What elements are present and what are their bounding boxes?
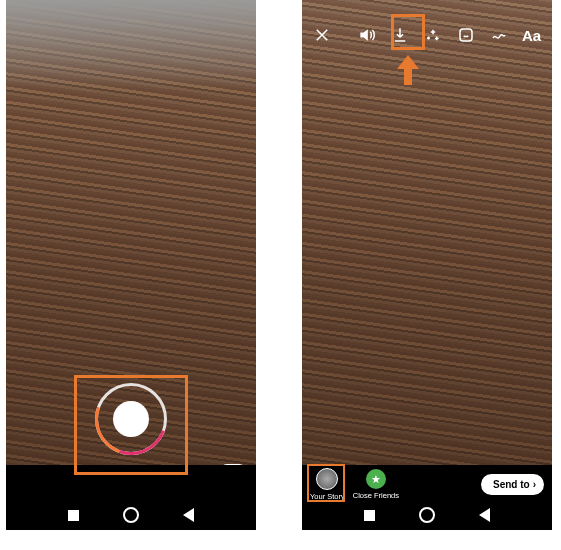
capture-button[interactable] xyxy=(95,383,167,455)
close-button[interactable] xyxy=(312,24,333,46)
bottom-bar xyxy=(6,465,256,500)
star-icon: ★ xyxy=(366,469,386,489)
speaker-icon xyxy=(357,25,377,45)
phone-camera-screen xyxy=(6,0,256,530)
phone-story-editor: Aa Your Story ★ Close Friends Send to › xyxy=(302,0,552,530)
effects-button[interactable] xyxy=(423,24,444,46)
sticker-icon xyxy=(457,26,475,44)
download-icon xyxy=(391,26,409,44)
scribble-icon xyxy=(490,26,508,44)
chevron-right-icon: › xyxy=(533,479,536,490)
story-toolbar: Aa xyxy=(302,18,552,52)
recents-button[interactable] xyxy=(364,510,375,521)
close-friends-label: Close Friends xyxy=(353,491,399,500)
text-button[interactable]: Aa xyxy=(521,24,542,46)
share-row: Your Story ★ Close Friends Send to › xyxy=(302,467,552,502)
close-icon xyxy=(313,26,331,44)
sparkle-icon xyxy=(424,26,442,44)
mute-sound-button[interactable] xyxy=(357,24,378,46)
back-button[interactable] xyxy=(479,508,490,522)
home-button[interactable] xyxy=(123,507,139,523)
send-to-label: Send to xyxy=(493,479,530,490)
system-nav-bar xyxy=(302,500,552,530)
svg-rect-1 xyxy=(460,29,472,41)
draw-button[interactable] xyxy=(488,24,509,46)
system-nav-bar xyxy=(6,500,256,530)
text-icon: Aa xyxy=(522,27,541,44)
download-button[interactable] xyxy=(390,24,411,46)
close-friends-button[interactable]: ★ Close Friends xyxy=(353,469,399,500)
recents-button[interactable] xyxy=(68,510,79,521)
story-preview xyxy=(302,0,552,465)
home-button[interactable] xyxy=(419,507,435,523)
sticker-button[interactable] xyxy=(455,24,476,46)
send-to-button[interactable]: Send to › xyxy=(481,474,544,495)
your-story-button[interactable]: Your Story xyxy=(310,468,345,501)
annotation-arrow-icon xyxy=(401,55,415,85)
back-button[interactable] xyxy=(183,508,194,522)
avatar-icon xyxy=(316,468,338,490)
